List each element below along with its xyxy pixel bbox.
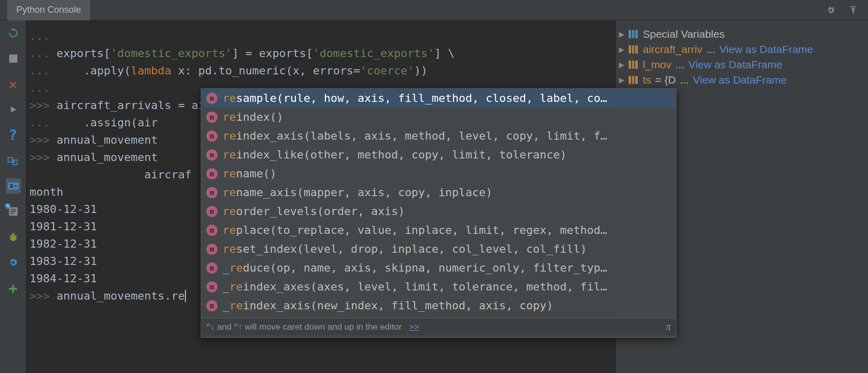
tab-label: Python Console — [16, 5, 81, 15]
autocomplete-item[interactable]: m_reindex_axis(new_index, fill_method, a… — [201, 296, 676, 315]
method-icon: m — [206, 300, 218, 311]
variable-name: aircraft_arriv — [643, 43, 702, 56]
view-as-dataframe-link[interactable]: View as DataFrame — [689, 59, 782, 71]
tab-right-icons — [823, 3, 868, 18]
svg-rect-0 — [850, 6, 856, 7]
autocomplete-item[interactable]: mreorder_levels(order, axis) — [201, 202, 676, 221]
close-icon[interactable]: ✕ — [6, 76, 21, 92]
method-icon: m — [206, 112, 218, 123]
variables-group-icon — [629, 30, 639, 38]
special-variables-row[interactable]: ▶ Special Variables — [619, 26, 865, 42]
autocomplete-item[interactable]: mreindex_axis(labels, axis, method, leve… — [201, 126, 676, 145]
variable-name: l_mov — [643, 59, 671, 71]
console-line: ... exports['domestic_exports'] = export… — [30, 45, 612, 62]
method-icon: m — [206, 206, 218, 217]
variable-name: ts — [643, 74, 651, 86]
view-as-dataframe-link[interactable]: View as DataFrame — [693, 74, 786, 86]
autocomplete-item[interactable]: mrename_axis(mapper, axis, copy, inplace… — [201, 183, 676, 202]
console-tab-bar: Python Console — [0, 0, 868, 20]
autocomplete-list[interactable]: mresample(rule, how, axis, fill_method, … — [201, 89, 676, 318]
hint-link[interactable]: >> — [409, 322, 419, 332]
dataframe-icon — [629, 45, 639, 54]
method-icon: m — [206, 281, 218, 292]
expand-icon[interactable]: ▶ — [619, 61, 625, 69]
autocomplete-item[interactable]: mreindex_like(other, method, copy, limit… — [201, 145, 676, 164]
pi-icon[interactable]: π — [666, 321, 671, 333]
console-line: ... — [30, 28, 612, 45]
method-icon: m — [206, 225, 218, 236]
variables-icon[interactable] — [6, 178, 21, 194]
variable-row[interactable]: ▶ts = {D...View as DataFrame — [619, 72, 865, 88]
special-variables-label: Special Variables — [643, 28, 725, 40]
variable-row[interactable]: ▶l_mov...View as DataFrame — [619, 57, 865, 72]
method-icon: m — [206, 262, 218, 274]
dataframe-icon — [629, 76, 639, 84]
attach-icon[interactable] — [6, 153, 21, 168]
dataframe-icon — [629, 61, 639, 69]
console-line: ... .apply(lambda x: pd.to_numeric(x, er… — [30, 62, 612, 79]
view-as-dataframe-link[interactable]: View as DataFrame — [719, 43, 813, 56]
method-icon: m — [206, 187, 218, 198]
python-console-tab[interactable]: Python Console — [7, 0, 90, 20]
autocomplete-item[interactable]: mreset_index(level, drop, inplace, col_l… — [201, 239, 676, 258]
console-left-toolbar: ✕ ? + — [0, 20, 26, 373]
svg-rect-7 — [10, 211, 16, 212]
gear-icon[interactable] — [823, 3, 838, 18]
expand-icon[interactable]: ▶ — [619, 45, 625, 54]
hide-icon[interactable] — [846, 3, 861, 18]
method-icon: m — [206, 168, 218, 179]
autocomplete-popup[interactable]: mresample(rule, how, axis, fill_method, … — [201, 88, 676, 338]
expand-icon[interactable]: ▶ — [619, 30, 625, 38]
autocomplete-item[interactable]: m_reduce(op, name, axis, skipna, numeric… — [201, 258, 676, 277]
svg-rect-8 — [10, 213, 14, 214]
help-icon[interactable]: ? — [6, 127, 21, 143]
autocomplete-item[interactable]: m_reindex_axes(axes, level, limit, toler… — [201, 277, 676, 296]
method-icon: m — [206, 149, 218, 161]
autocomplete-item[interactable]: mreindex() — [201, 108, 676, 126]
stop-icon[interactable] — [6, 51, 21, 66]
svg-point-11 — [11, 233, 14, 236]
method-icon: m — [206, 93, 218, 104]
variable-row[interactable]: ▶aircraft_arriv...View as DataFrame — [619, 42, 865, 57]
method-icon: m — [206, 244, 218, 255]
expand-icon[interactable]: ▶ — [619, 76, 625, 84]
svg-rect-1 — [9, 55, 17, 63]
debug-icon[interactable] — [6, 229, 21, 245]
autocomplete-item[interactable]: mresample(rule, how, axis, fill_method, … — [201, 89, 676, 108]
add-icon[interactable]: + — [6, 280, 21, 296]
run-icon[interactable] — [6, 102, 21, 117]
rerun-icon[interactable] — [6, 25, 21, 41]
autocomplete-item[interactable]: mreplace(to_replace, value, inplace, lim… — [201, 221, 676, 239]
hint-text: ^↓ and ^↑ will move caret down and up in… — [206, 322, 402, 332]
history-icon[interactable] — [6, 204, 21, 219]
autocomplete-item[interactable]: mrename() — [201, 164, 676, 183]
method-icon: m — [206, 130, 218, 142]
autocomplete-hint: ^↓ and ^↑ will move caret down and up in… — [201, 318, 676, 335]
settings-icon[interactable] — [6, 255, 21, 270]
svg-rect-6 — [10, 209, 16, 210]
